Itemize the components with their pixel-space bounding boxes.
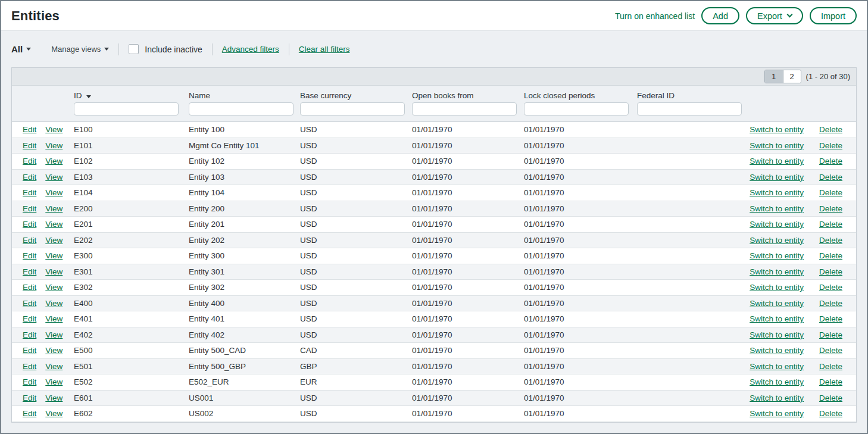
view-link[interactable]: View: [45, 173, 63, 182]
include-inactive-toggle[interactable]: Include inactive: [129, 44, 202, 54]
edit-link[interactable]: Edit: [23, 220, 36, 229]
add-button[interactable]: Add: [701, 7, 739, 24]
delete-link[interactable]: Delete: [819, 141, 842, 150]
federal-id-filter-input[interactable]: [637, 102, 742, 115]
delete-link[interactable]: Delete: [819, 346, 842, 355]
edit-link[interactable]: Edit: [23, 204, 36, 213]
switch-to-entity-link[interactable]: Switch to entity: [750, 377, 804, 386]
delete-link[interactable]: Delete: [819, 125, 842, 134]
turn-on-enhanced-list-link[interactable]: Turn on enhanced list: [615, 11, 695, 21]
delete-link[interactable]: Delete: [819, 236, 842, 245]
export-button[interactable]: Export: [746, 7, 803, 24]
edit-link[interactable]: Edit: [23, 141, 36, 150]
switch-to-entity-link[interactable]: Switch to entity: [750, 157, 804, 166]
edit-link[interactable]: Edit: [23, 377, 36, 386]
delete-link[interactable]: Delete: [819, 251, 842, 260]
switch-to-entity-link[interactable]: Switch to entity: [750, 346, 804, 355]
delete-link[interactable]: Delete: [819, 330, 842, 339]
edit-link[interactable]: Edit: [23, 267, 36, 276]
view-link[interactable]: View: [45, 299, 63, 308]
view-link[interactable]: View: [45, 314, 63, 323]
view-link[interactable]: View: [45, 251, 63, 260]
delete-link[interactable]: Delete: [819, 409, 842, 418]
delete-link[interactable]: Delete: [819, 377, 842, 386]
view-link[interactable]: View: [45, 394, 63, 402]
delete-link[interactable]: Delete: [819, 299, 842, 308]
view-link[interactable]: View: [45, 236, 63, 245]
edit-link[interactable]: Edit: [23, 125, 36, 134]
view-link[interactable]: View: [45, 267, 63, 276]
column-header-id[interactable]: ID: [74, 86, 189, 101]
switch-to-entity-link[interactable]: Switch to entity: [750, 394, 804, 402]
name-filter-input[interactable]: [189, 102, 294, 115]
view-link[interactable]: View: [45, 157, 63, 166]
delete-link[interactable]: Delete: [819, 188, 842, 197]
column-header-open-books-from[interactable]: Open books from: [412, 86, 524, 101]
edit-link[interactable]: Edit: [23, 236, 36, 245]
switch-to-entity-link[interactable]: Switch to entity: [750, 204, 804, 213]
edit-link[interactable]: Edit: [23, 330, 36, 339]
delete-link[interactable]: Delete: [819, 220, 842, 229]
view-link[interactable]: View: [45, 141, 63, 150]
switch-to-entity-link[interactable]: Switch to entity: [750, 236, 804, 245]
edit-link[interactable]: Edit: [23, 283, 36, 292]
delete-link[interactable]: Delete: [819, 157, 842, 166]
page-button-2[interactable]: 2: [783, 70, 801, 83]
id-filter-input[interactable]: [74, 102, 179, 115]
switch-to-entity-link[interactable]: Switch to entity: [750, 362, 804, 371]
view-link[interactable]: View: [45, 204, 63, 213]
edit-link[interactable]: Edit: [23, 346, 36, 355]
clear-all-filters-link[interactable]: Clear all filters: [299, 45, 350, 54]
edit-link[interactable]: Edit: [23, 299, 36, 308]
view-link[interactable]: View: [45, 362, 63, 371]
edit-link[interactable]: Edit: [23, 362, 36, 371]
delete-link[interactable]: Delete: [819, 204, 842, 213]
switch-to-entity-link[interactable]: Switch to entity: [750, 299, 804, 308]
switch-to-entity-link[interactable]: Switch to entity: [750, 220, 804, 229]
edit-link[interactable]: Edit: [23, 314, 36, 323]
manage-views-dropdown[interactable]: Manage views: [51, 45, 109, 54]
page-button-1[interactable]: 1: [765, 70, 783, 83]
column-header-base-currency[interactable]: Base currency: [300, 86, 412, 101]
delete-link[interactable]: Delete: [819, 173, 842, 182]
include-inactive-checkbox[interactable]: [129, 44, 139, 54]
edit-link[interactable]: Edit: [23, 188, 36, 197]
edit-link[interactable]: Edit: [23, 394, 36, 402]
switch-to-entity-link[interactable]: Switch to entity: [750, 141, 804, 150]
view-link[interactable]: View: [45, 188, 63, 197]
switch-to-entity-link[interactable]: Switch to entity: [750, 267, 804, 276]
switch-to-entity-link[interactable]: Switch to entity: [750, 251, 804, 260]
switch-to-entity-link[interactable]: Switch to entity: [750, 173, 804, 182]
view-link[interactable]: View: [45, 220, 63, 229]
advanced-filters-link[interactable]: Advanced filters: [222, 45, 279, 54]
view-link[interactable]: View: [45, 409, 63, 418]
column-header-lock-closed-periods[interactable]: Lock closed periods: [524, 86, 637, 101]
delete-link[interactable]: Delete: [819, 283, 842, 292]
delete-link[interactable]: Delete: [819, 362, 842, 371]
view-link[interactable]: View: [45, 330, 63, 339]
delete-link[interactable]: Delete: [819, 314, 842, 323]
edit-link[interactable]: Edit: [23, 157, 36, 166]
base-currency-filter-input[interactable]: [300, 102, 405, 115]
switch-to-entity-link[interactable]: Switch to entity: [750, 283, 804, 292]
view-link[interactable]: View: [45, 377, 63, 386]
import-button[interactable]: Import: [810, 7, 857, 24]
delete-link[interactable]: Delete: [819, 267, 842, 276]
open-books-from-filter-input[interactable]: [412, 102, 517, 115]
view-link[interactable]: View: [45, 283, 63, 292]
lock-closed-periods-filter-input[interactable]: [524, 102, 629, 115]
column-header-name[interactable]: Name: [189, 86, 300, 101]
edit-link[interactable]: Edit: [23, 251, 36, 260]
switch-to-entity-link[interactable]: Switch to entity: [750, 125, 804, 134]
edit-link[interactable]: Edit: [23, 409, 36, 418]
edit-link[interactable]: Edit: [23, 173, 36, 182]
switch-to-entity-link[interactable]: Switch to entity: [750, 314, 804, 323]
view-link[interactable]: View: [45, 125, 63, 134]
view-link[interactable]: View: [45, 346, 63, 355]
view-selector-dropdown[interactable]: All: [11, 44, 31, 54]
column-header-federal-id[interactable]: Federal ID: [637, 86, 745, 101]
delete-link[interactable]: Delete: [819, 394, 842, 402]
switch-to-entity-link[interactable]: Switch to entity: [750, 188, 804, 197]
switch-to-entity-link[interactable]: Switch to entity: [750, 330, 804, 339]
switch-to-entity-link[interactable]: Switch to entity: [750, 409, 804, 418]
